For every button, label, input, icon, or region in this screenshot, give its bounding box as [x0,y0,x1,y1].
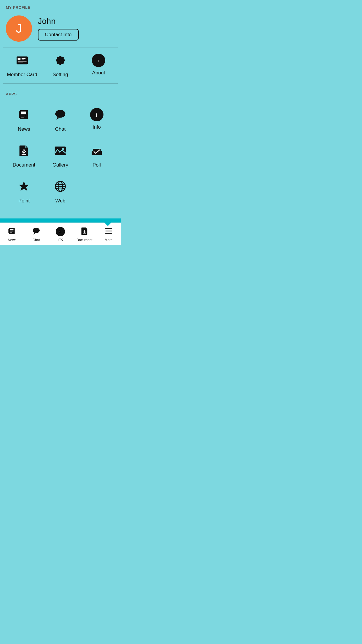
svg-rect-9 [21,111,26,114]
gallery-label: Gallery [52,162,68,168]
about-action[interactable]: i About [80,54,118,78]
svg-point-33 [33,228,40,233]
app-web[interactable]: Web [42,174,79,210]
svg-text:i: i [59,230,61,234]
nav-chat[interactable]: Chat [24,223,48,245]
app-news[interactable]: News [6,102,42,138]
avatar-letter: J [16,22,22,36]
bottom-nav: News Chat i Info [0,223,121,245]
svg-rect-5 [17,63,23,63]
svg-rect-21 [92,151,102,155]
profile-info: John Contact Info [38,17,79,41]
svg-rect-30 [10,231,14,231]
news-label: News [18,126,30,132]
app-document[interactable]: Document [6,138,42,174]
nav-document-icon [80,226,89,237]
svg-rect-8 [19,111,21,118]
setting-icon [54,54,67,69]
nav-news[interactable]: News [0,223,24,245]
nav-document[interactable]: Document [72,223,96,245]
bottom-accent-bar [0,218,121,223]
svg-rect-29 [10,229,14,230]
about-icon: i [92,54,105,67]
apps-grid: News Chat i [0,99,121,216]
svg-rect-11 [21,116,25,116]
point-label: Point [18,198,30,204]
svg-rect-38 [105,228,112,229]
web-icon [54,180,67,195]
svg-rect-4 [17,62,27,62]
app-gallery[interactable]: Gallery [42,138,79,174]
nav-info-label: Info [57,237,63,242]
svg-rect-31 [10,232,13,232]
nav-info[interactable]: i Info [48,223,73,245]
nav-news-label: News [8,238,16,242]
setting-action[interactable]: Setting [41,54,79,78]
nav-more-label: More [105,238,113,242]
member-card-icon [15,54,29,69]
avatar[interactable]: J [6,15,32,42]
poll-icon [90,144,103,159]
news-icon [17,108,31,123]
info-label: Info [92,124,101,130]
app-point[interactable]: Point [6,174,42,210]
nav-more-icon [104,226,113,237]
profile-name: John [38,17,79,26]
svg-rect-28 [8,229,10,233]
svg-point-20 [62,148,64,150]
nav-more[interactable]: More [96,223,121,245]
member-card-label: Member Card [7,72,37,78]
chat-icon [54,108,67,123]
svg-text:i: i [98,58,99,63]
svg-rect-1 [17,58,20,60]
poll-label: Poll [92,162,101,168]
web-label: Web [55,198,66,204]
about-label: About [92,70,105,76]
app-chat[interactable]: Chat [42,102,79,138]
profile-actions: Member Card Setting i About [0,48,121,83]
apps-section: APPS News [0,84,121,218]
contact-info-button[interactable]: Contact Info [38,29,79,41]
nav-document-label: Document [76,238,92,242]
setting-label: Setting [53,72,68,78]
chat-label: Chat [55,126,66,132]
document-label: Document [13,162,35,168]
svg-rect-10 [21,115,26,115]
gallery-icon [54,144,67,159]
svg-rect-40 [105,233,112,234]
svg-text:i: i [96,112,97,118]
document-icon [17,144,31,159]
point-icon [17,180,31,195]
nav-chat-label: Chat [33,238,40,242]
svg-rect-12 [21,117,24,118]
svg-rect-39 [105,231,112,232]
svg-rect-32 [10,232,12,233]
svg-point-13 [55,110,66,118]
svg-rect-2 [22,58,25,59]
app-info[interactable]: i Info [78,102,115,138]
my-profile-label: MY PROFILE [0,0,121,13]
nav-news-icon [7,226,17,237]
nav-info-icon: i [56,227,65,236]
app-poll[interactable]: Poll [78,138,115,174]
nav-chat-icon [31,226,41,237]
svg-marker-23 [19,181,29,191]
svg-rect-3 [22,60,24,60]
member-card-action[interactable]: Member Card [3,54,41,78]
info-icon: i [90,108,103,121]
apps-label: APPS [0,87,121,99]
profile-row: J John Contact Info [0,13,121,48]
